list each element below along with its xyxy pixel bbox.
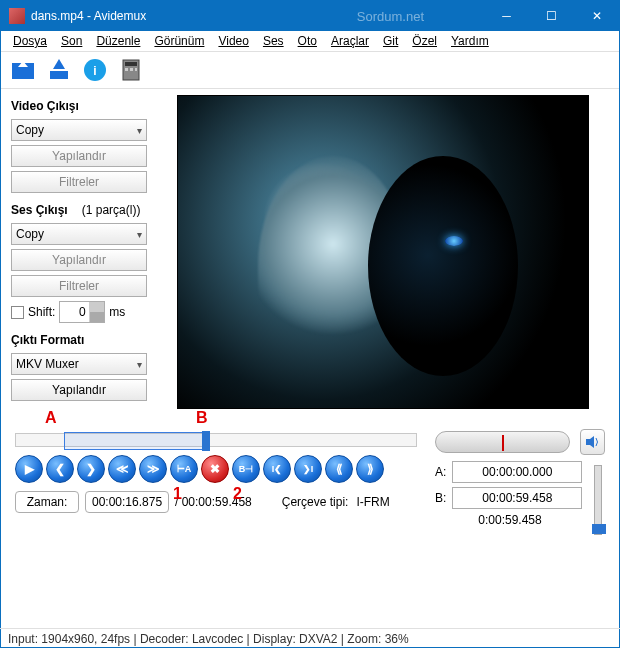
shift-unit: ms <box>109 305 125 319</box>
video-output-title: Video Çıkışı <box>11 99 163 113</box>
toolbar: i <box>1 51 619 89</box>
shift-checkbox[interactable] <box>11 306 24 319</box>
menu-yardim[interactable]: Yardım <box>445 33 495 49</box>
output-format-title: Çıktı Formatı <box>11 333 163 347</box>
delete-button[interactable]: ✖ <box>201 455 229 483</box>
annotation-b: B <box>196 409 208 427</box>
forward-button[interactable]: ≫ <box>139 455 167 483</box>
menu-oto[interactable]: Oto <box>292 33 323 49</box>
video-preview <box>177 95 589 409</box>
menu-duzenle[interactable]: Düzenle <box>90 33 146 49</box>
annotation-1: 1 <box>173 485 182 503</box>
calculator-button[interactable] <box>115 54 147 86</box>
volume-slider[interactable] <box>594 465 602 535</box>
timeline-selection <box>64 432 208 450</box>
audio-codec-combo[interactable]: Copy <box>11 223 147 245</box>
muxer-combo[interactable]: MKV Muxer <box>11 353 147 375</box>
menu-git[interactable]: Git <box>377 33 404 49</box>
goto-a-button[interactable]: I❮ <box>263 455 291 483</box>
transport-controls: ▶ ❮ ❯ ≪ ≫ ⊢A ✖ B⊣ I❮ ❯I ⟪ ⟫ <box>15 455 417 483</box>
audio-filters-button[interactable]: Filtreler <box>11 275 147 297</box>
video-codec-combo[interactable]: Copy <box>11 119 147 141</box>
menu-ses[interactable]: Ses <box>257 33 290 49</box>
shift-label: Shift: <box>28 305 55 319</box>
close-button[interactable]: ✕ <box>574 1 619 31</box>
svg-rect-10 <box>135 68 137 71</box>
mark-b-field[interactable]: 00:00:59.458 <box>452 487 582 509</box>
set-a-button[interactable]: ⊢A <box>170 455 198 483</box>
shift-value-spin[interactable]: 0 <box>59 301 105 323</box>
menu-dosya[interactable]: Dosya <box>7 33 53 49</box>
mark-b-label: B: <box>435 491 446 505</box>
app-icon <box>9 8 25 24</box>
set-b-button[interactable]: B⊣ <box>232 455 260 483</box>
play-button[interactable]: ▶ <box>15 455 43 483</box>
titlebar: dans.mp4 - Avidemux Sordum.net ─ ☐ ✕ <box>1 1 619 31</box>
status-bar: Input: 1904x960, 24fps | Decoder: Lavcod… <box>0 628 620 648</box>
svg-rect-7 <box>125 62 137 66</box>
current-time-input[interactable]: 00:00:16.875 <box>85 491 169 513</box>
jog-wheel[interactable] <box>435 431 570 453</box>
time-label: Zaman: <box>15 491 79 513</box>
selection-duration: 0:00:59.458 <box>435 513 585 527</box>
open-button[interactable] <box>7 54 39 86</box>
menu-gorunum[interactable]: Görünüm <box>148 33 210 49</box>
audio-tracks-label: (1 parça(l)) <box>82 203 141 217</box>
window-title: dans.mp4 - Avidemux <box>31 9 357 23</box>
playhead-marker[interactable] <box>202 431 210 451</box>
info-button[interactable]: i <box>79 54 111 86</box>
svg-rect-2 <box>50 71 68 79</box>
svg-rect-9 <box>130 68 133 71</box>
video-filters-button[interactable]: Filtreler <box>11 171 147 193</box>
sidebar: Video Çıkışı Copy Yapılandır Filtreler S… <box>11 95 163 409</box>
muxer-configure-button[interactable]: Yapılandır <box>11 379 147 401</box>
annotation-a: A <box>45 409 57 427</box>
minimize-button[interactable]: ─ <box>484 1 529 31</box>
volume-button[interactable] <box>580 429 605 455</box>
svg-marker-11 <box>586 436 594 448</box>
rewind-button[interactable]: ≪ <box>108 455 136 483</box>
timeline-area: A B ▶ ❮ ❯ ≪ ≫ ⊢A ✖ B⊣ I❮ ❯I ⟪ ⟫ 1 <box>1 415 619 535</box>
maximize-button[interactable]: ☐ <box>529 1 574 31</box>
goto-b-button[interactable]: ❯I <box>294 455 322 483</box>
frame-type-label: Çerçeve tipi: <box>282 495 349 509</box>
timeline-track[interactable] <box>15 433 417 447</box>
next-keyframe-button[interactable]: ⟫ <box>356 455 384 483</box>
frame-type-value: I-FRM <box>356 495 389 509</box>
svg-text:i: i <box>93 64 96 78</box>
menu-araclar[interactable]: Araçlar <box>325 33 375 49</box>
annotation-2: 2 <box>233 485 242 503</box>
svg-marker-3 <box>53 59 65 69</box>
svg-rect-8 <box>125 68 128 71</box>
mark-a-field[interactable]: 00:00:00.000 <box>452 461 582 483</box>
menu-ozel[interactable]: Özel <box>406 33 443 49</box>
menubar: Dosya Son Düzenle Görünüm Video Ses Oto … <box>1 31 619 51</box>
audio-configure-button[interactable]: Yapılandır <box>11 249 147 271</box>
audio-output-title: Ses Çıkışı <box>11 203 68 217</box>
mark-a-label: A: <box>435 465 446 479</box>
next-frame-button[interactable]: ❯ <box>77 455 105 483</box>
prev-frame-button[interactable]: ❮ <box>46 455 74 483</box>
save-button[interactable] <box>43 54 75 86</box>
menu-son[interactable]: Son <box>55 33 88 49</box>
watermark: Sordum.net <box>357 9 424 24</box>
prev-keyframe-button[interactable]: ⟪ <box>325 455 353 483</box>
video-configure-button[interactable]: Yapılandır <box>11 145 147 167</box>
menu-video[interactable]: Video <box>212 33 254 49</box>
